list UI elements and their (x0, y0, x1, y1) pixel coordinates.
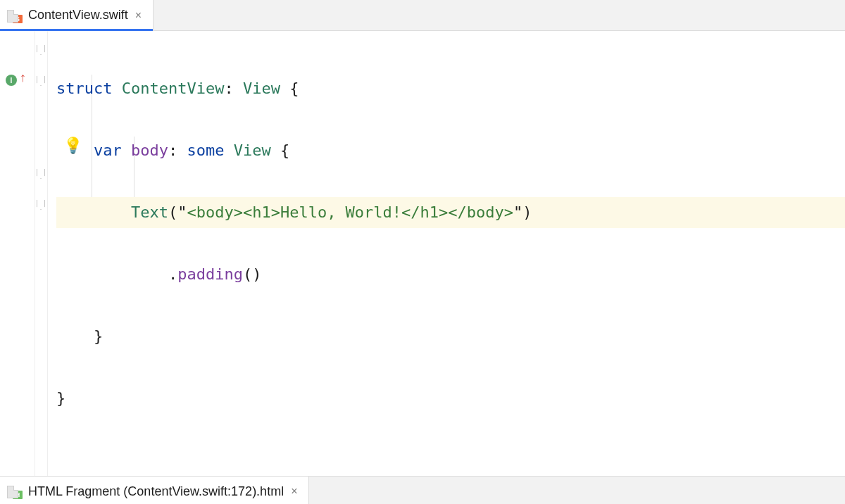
code-line[interactable]: } (56, 321, 845, 352)
code-line[interactable]: } (56, 383, 845, 414)
override-arrow-icon[interactable]: ↑ (20, 70, 26, 85)
tab-contentview-swift[interactable]: S ContentView.swift × (0, 0, 154, 30)
fold-gutter (35, 31, 48, 476)
code-line[interactable]: struct ContentView: View { (56, 73, 845, 104)
code-line[interactable]: var body: some View { (56, 135, 845, 166)
swift-file-icon: S (7, 8, 23, 23)
top-editor-area[interactable]: I ↑ 💡 struct ContentView: View { var bod… (0, 31, 845, 476)
top-editor-pane: S ContentView.swift × I ↑ 💡 struct Conte… (0, 0, 845, 476)
bottom-tab-bar: H HTML Fragment (ContentView.swift:172).… (0, 476, 845, 504)
close-tab-icon[interactable]: × (134, 9, 143, 22)
top-tab-bar: S ContentView.swift × (0, 0, 845, 31)
fold-marker-icon[interactable] (37, 76, 45, 86)
tab-label: ContentView.swift (28, 8, 128, 23)
fold-marker-icon[interactable] (37, 169, 45, 179)
fold-marker-icon[interactable] (37, 200, 45, 210)
tab-label: HTML Fragment (ContentView.swift:172).ht… (28, 484, 284, 499)
fold-marker-icon[interactable] (37, 45, 45, 55)
html-file-icon: H (7, 484, 23, 498)
tab-html-fragment[interactable]: H HTML Fragment (ContentView.swift:172).… (0, 477, 309, 504)
gutter: I ↑ (0, 31, 35, 476)
code-line-highlighted[interactable]: Text("<body><h1>Hello, World!</h1></body… (56, 197, 845, 228)
implements-gutter-icon[interactable]: I (6, 75, 17, 86)
code-line[interactable]: .padding() (56, 259, 845, 290)
bottom-editor-pane: H HTML Fragment (ContentView.swift:172).… (0, 476, 845, 504)
close-tab-icon[interactable]: × (289, 485, 299, 498)
code-area[interactable]: struct ContentView: View { var body: som… (48, 31, 845, 476)
